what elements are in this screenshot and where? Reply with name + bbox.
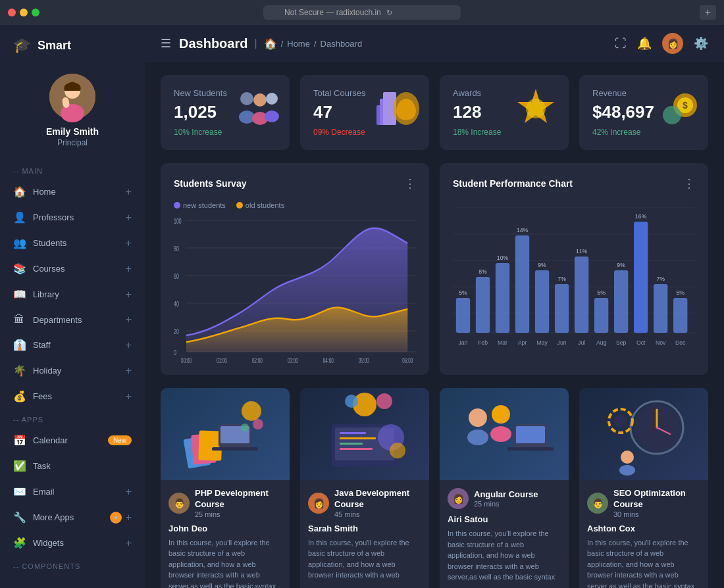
settings-icon[interactable]: ⚙️ — [694, 36, 708, 51]
sidebar-item-staff[interactable]: 👔 Staff + — [0, 332, 145, 358]
new-tab-button[interactable]: + — [700, 5, 716, 20]
course-info-seo: 👨 SEO Optimization Course 30 mins — [587, 488, 700, 518]
svg-rect-96 — [340, 443, 363, 445]
sidebar-item-email[interactable]: ✉️ Email + — [0, 479, 145, 504]
survey-chart-header: Students Survay ⋮ — [174, 176, 416, 191]
svg-text:Aug: Aug — [596, 339, 607, 346]
staff-expand-icon[interactable]: + — [126, 339, 132, 351]
sidebar-item-widgets[interactable]: 🧩 Widgets + — [0, 530, 145, 556]
more-apps-expand-icon[interactable]: + — [126, 512, 132, 524]
widgets-expand-icon[interactable]: + — [126, 537, 132, 549]
sidebar-label-library: Library — [33, 289, 59, 299]
breadcrumb-separator-1: | — [254, 37, 257, 49]
sidebar-item-library[interactable]: 📖 Library + — [0, 282, 145, 307]
header-avatar[interactable]: 👩 — [662, 33, 683, 54]
students-survey-chart: Students Survay ⋮ new students old stude… — [161, 163, 429, 375]
close-button[interactable] — [8, 9, 16, 16]
sidebar-label-email: Email — [33, 487, 55, 497]
course-card-angular: 👩 Angular Course 25 mins Airi Satou In t… — [440, 388, 569, 588]
sidebar-item-calendar[interactable]: 📅 Calendar New — [0, 428, 145, 453]
maximize-button[interactable] — [32, 9, 39, 16]
performance-chart-header: Student Performance Chart ⋮ — [453, 176, 695, 191]
sidebar-item-courses[interactable]: 📚 Courses + — [0, 256, 145, 282]
performance-chart: Student Performance Chart ⋮ — [440, 163, 708, 375]
performance-chart-menu[interactable]: ⋮ — [683, 176, 695, 191]
library-expand-icon[interactable]: + — [126, 289, 132, 301]
svg-text:60: 60 — [174, 272, 179, 280]
minimize-button[interactable] — [20, 9, 28, 16]
svg-text:02:00: 02:00 — [252, 356, 263, 364]
students-icon: 👥 — [13, 237, 25, 249]
svg-text:Mar: Mar — [498, 339, 507, 346]
survey-chart-menu[interactable]: ⋮ — [404, 176, 416, 191]
svg-text:Dec: Dec — [675, 339, 686, 346]
svg-rect-46 — [476, 277, 490, 333]
url-text: Not Secure — radixtouch.in — [284, 8, 381, 17]
course-author-php: John Deo — [168, 524, 282, 533]
svg-rect-64 — [654, 284, 667, 333]
sidebar-label-courses: Courses — [33, 264, 65, 274]
professors-expand-icon[interactable]: + — [126, 212, 132, 224]
svg-point-18 — [663, 106, 681, 124]
course-author-java: Sarah Smith — [308, 524, 421, 533]
breadcrumb-home-label[interactable]: Home — [287, 39, 310, 49]
svg-rect-97 — [340, 448, 373, 450]
course-avatar-angular: 👩 — [448, 488, 469, 509]
hamburger-menu[interactable]: ☰ — [161, 36, 171, 51]
course-desc-java: In this course, you'll explore the basic… — [308, 537, 421, 581]
stat-change-text-1: 09% Decrease — [313, 128, 365, 137]
course-desc-angular: In this course, you'll explore the basic… — [448, 528, 561, 583]
sidebar-section-apps: -- APPS 📅 Calendar New ✅ Task ✉️ Email — [0, 409, 145, 556]
sidebar-item-more-apps[interactable]: 🔧 More Apps ● + — [0, 504, 145, 530]
course-info-angular: 👩 Angular Course 25 mins — [448, 488, 561, 509]
svg-text:14%: 14% — [517, 227, 529, 233]
departments-icon: 🏛 — [13, 314, 25, 326]
sidebar-item-students[interactable]: 👥 Students + — [0, 230, 145, 256]
sidebar-item-task[interactable]: ✅ Task — [0, 453, 145, 479]
svg-rect-58 — [594, 298, 608, 333]
sidebar-section-main: -- MAIN 🏠 Home + 👤 Professors + 👥 — [0, 160, 145, 409]
svg-rect-95 — [340, 437, 376, 439]
user-role: Principal — [57, 138, 88, 147]
course-illustration-java — [300, 388, 429, 480]
svg-text:06:00: 06:00 — [402, 356, 413, 364]
svg-text:5%: 5% — [597, 289, 606, 296]
course-body-angular: 👩 Angular Course 25 mins Airi Satou In t… — [440, 480, 569, 588]
charts-row: Students Survay ⋮ new students old stude… — [161, 163, 708, 375]
sidebar-item-fees[interactable]: 💰 Fees + — [0, 383, 145, 409]
sidebar-label-holiday: Holiday — [33, 366, 61, 376]
sidebar-section-components: -- COMPONENTS — [0, 556, 145, 574]
svg-text:0: 0 — [174, 349, 176, 356]
legend-old-students: old students — [236, 201, 284, 209]
breadcrumb-sep-1: / — [281, 39, 284, 49]
calendar-badge: New — [108, 435, 132, 445]
sidebar-label-fees: Fees — [33, 391, 52, 401]
sidebar-item-departments[interactable]: 🏛 Departments + — [0, 307, 145, 332]
fullscreen-icon[interactable]: ⛶ — [615, 37, 627, 51]
students-expand-icon[interactable]: + — [126, 237, 132, 249]
traffic-lights — [8, 9, 39, 16]
refresh-icon[interactable]: ↻ — [386, 9, 392, 17]
sidebar-label-departments: Departments — [33, 315, 82, 325]
breadcrumb-current: Dashboard — [321, 39, 363, 49]
sidebar-item-holiday[interactable]: 🌴 Holiday + — [0, 358, 145, 383]
sidebar-label-more-apps: More Apps — [33, 512, 74, 522]
notification-icon[interactable]: 🔔 — [637, 36, 652, 51]
departments-expand-icon[interactable]: + — [126, 314, 132, 326]
stat-card-revenue: Revenue $48,697 42% Increase $ — [579, 75, 708, 150]
more-apps-icon: 🔧 — [13, 511, 25, 524]
fees-expand-icon[interactable]: + — [126, 391, 132, 403]
sidebar-item-professors[interactable]: 👤 Professors + — [0, 205, 145, 230]
email-expand-icon[interactable]: + — [126, 486, 132, 498]
course-illustration-php — [161, 388, 290, 480]
courses-expand-icon[interactable]: + — [126, 263, 132, 275]
holiday-expand-icon[interactable]: + — [126, 365, 132, 377]
sidebar-item-home[interactable]: 🏠 Home + — [0, 179, 145, 205]
home-expand-icon[interactable]: + — [126, 186, 132, 198]
svg-point-114 — [619, 465, 635, 476]
url-bar[interactable]: Not Secure — radixtouch.in ↻ — [263, 5, 461, 20]
svg-text:Sep: Sep — [616, 339, 627, 346]
course-card-php: 👨 PHP Development Course 25 mins John De… — [161, 388, 290, 588]
stat-change-text-3: 42% Increase — [592, 128, 640, 137]
sidebar-label-widgets: Widgets — [33, 538, 64, 548]
